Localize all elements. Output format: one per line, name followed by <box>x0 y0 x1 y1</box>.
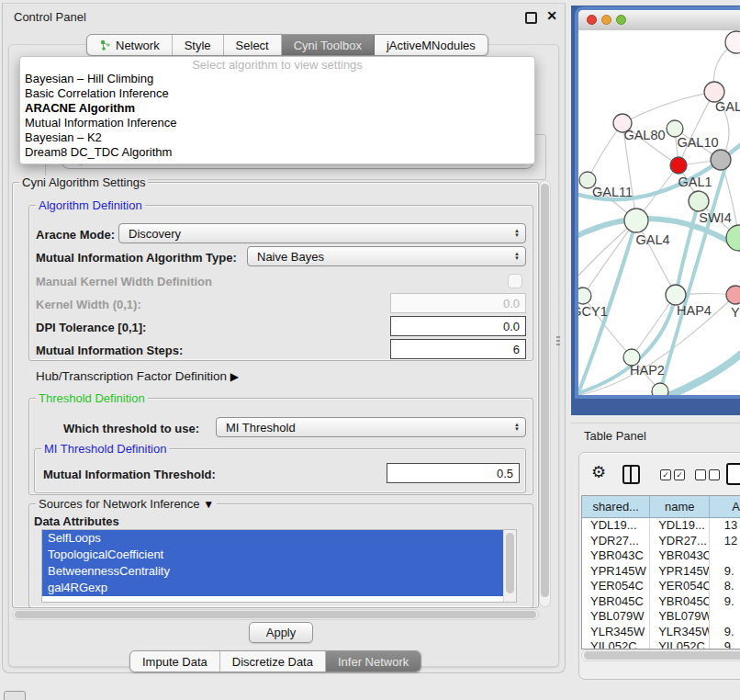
dpi-tolerance-label: DPI Tolerance [0,1]: <box>36 321 146 334</box>
table-row[interactable]: YLR345WYLR345W9. <box>582 625 740 640</box>
stepper-icon: ▲▼ <box>514 229 520 238</box>
data-attributes-label: Data Attributes <box>34 514 119 528</box>
node-label: GAL11 <box>592 185 633 199</box>
algorithm-option[interactable]: Mutual Information Inference <box>20 116 534 130</box>
table-row[interactable]: YIL052CYIL052C9. <box>582 639 740 649</box>
node-gcy1[interactable] <box>578 288 591 304</box>
algorithm-option[interactable]: Basic Correlation Inference <box>20 86 534 101</box>
network-edges-highlighted[interactable] <box>578 145 740 395</box>
which-threshold-combo[interactable]: MI Threshold ▲▼ <box>216 417 526 437</box>
gear-icon[interactable]: ⚙ <box>591 464 606 480</box>
which-threshold-label: Which threshold to use: <box>63 422 199 435</box>
zoom-traffic-icon[interactable] <box>616 15 626 25</box>
manual-kernel-checkbox[interactable] <box>508 274 522 288</box>
network-desktop: GAL GAL80 GAL10 GAL1 GAL11 GAL4 SWI4 GCY… <box>571 6 740 415</box>
dpi-tolerance-field[interactable]: 0.0 <box>390 316 526 336</box>
network-graph[interactable]: GAL GAL80 GAL10 GAL1 GAL11 GAL4 SWI4 GCY… <box>578 30 740 395</box>
node-partial-bottom[interactable] <box>652 383 668 395</box>
tab-discretize-data[interactable]: Discretize Data <box>220 651 326 672</box>
hub-definition-expander[interactable]: Hub/Transcription Factor Definition ▶ <box>36 369 239 383</box>
control-panel-window: Control Panel ✕ Network Style Select Cyn… <box>2 3 566 673</box>
network-window-titlebar[interactable] <box>578 10 740 31</box>
stepper-icon: ▲▼ <box>514 423 520 432</box>
column-header[interactable]: A <box>709 496 740 517</box>
table-row[interactable]: YER054CYER054C8. <box>582 579 740 594</box>
node-gray[interactable] <box>711 150 731 170</box>
sources-title[interactable]: Sources for Network Inference ▼ <box>36 497 217 511</box>
tab-style[interactable]: Style <box>173 35 224 55</box>
node-label: HAP2 <box>630 363 665 378</box>
screen: Control Panel ✕ Network Style Select Cyn… <box>0 0 740 700</box>
node-label: SWI4 <box>699 210 731 225</box>
node-gal1[interactable] <box>689 191 709 211</box>
select-all-checks-icon[interactable]: ✓ ✓ <box>660 469 685 480</box>
table-row[interactable]: YBR043CYBR043C <box>582 548 740 564</box>
algorithm-option-selected[interactable]: ARACNE Algorithm <box>20 101 534 116</box>
table-header-row[interactable]: shared... name A <box>582 496 740 518</box>
table-horizontal-scrollbar[interactable] <box>581 649 740 661</box>
float-window-icon[interactable] <box>525 12 537 24</box>
algorithm-option[interactable]: Bayesian – Hill Climbing <box>20 72 534 86</box>
mi-steps-field[interactable]: 6 <box>390 339 526 359</box>
node-table[interactable]: shared... name A YDL19...YDL19...13 YDR2… <box>581 495 740 649</box>
tab-select[interactable]: Select <box>224 35 282 55</box>
node-label: GAL <box>715 99 740 114</box>
table-row[interactable]: YDL19...YDL19...13 <box>582 518 740 534</box>
table-panel-title: Table Panel <box>584 429 646 443</box>
attribute-item-selected[interactable]: TopologicalCoefficient <box>42 547 516 563</box>
node-label: Y <box>731 305 740 320</box>
tab-jactivemnodules[interactable]: jActiveMNodules <box>375 35 488 55</box>
attribute-item-selected[interactable]: gal4RGexp <box>42 580 516 596</box>
node-hap4[interactable] <box>666 285 686 305</box>
algorithm-option[interactable]: Bayesian – K2 <box>20 130 534 145</box>
tab-cyni-toolbox[interactable]: Cyni Toolbox <box>282 35 375 55</box>
column-header[interactable]: name <box>649 496 709 517</box>
algorithm-dropdown-popup: Select algorithm to view settings Bayesi… <box>19 56 535 164</box>
table-row[interactable]: YBL079WYBL079W <box>582 609 740 625</box>
node-y[interactable] <box>726 286 740 304</box>
settings-horizontal-scrollbar[interactable] <box>12 609 539 620</box>
network-canvas[interactable]: GAL GAL80 GAL10 GAL1 GAL11 GAL4 SWI4 GCY… <box>578 30 740 395</box>
node-label: GCY1 <box>578 304 608 319</box>
apply-button[interactable]: Apply <box>249 622 313 643</box>
node-partial-top[interactable] <box>725 31 740 53</box>
corner-button-partial[interactable] <box>4 691 26 700</box>
table-row[interactable]: YBR045CYBR045C9. <box>582 594 740 610</box>
deselect-all-checks-icon[interactable] <box>695 469 720 480</box>
attribute-item-selected[interactable]: BetweennessCentrality <box>42 563 516 580</box>
tab-infer-network[interactable]: Infer Network <box>326 651 420 672</box>
column-header[interactable]: shared... <box>582 496 649 517</box>
node-label: GAL4 <box>635 232 669 247</box>
list-scrollbar[interactable] <box>503 530 516 602</box>
tab-impute-data[interactable]: Impute Data <box>130 651 220 672</box>
node-label: GAL1 <box>678 175 712 189</box>
mi-type-label: Mutual Information Algorithm Type: <box>36 251 237 265</box>
table-panel-header: Table Panel <box>571 423 740 449</box>
tab-network[interactable]: Network <box>87 35 173 55</box>
aracne-mode-combo[interactable]: Discovery ▲▼ <box>118 223 526 243</box>
close-icon[interactable]: ✕ <box>546 8 557 23</box>
kernel-width-label: Kernel Width (0,1): <box>36 298 141 311</box>
close-traffic-icon[interactable] <box>587 15 597 25</box>
mi-steps-label: Mutual Information Steps: <box>36 344 183 357</box>
node-red-selected[interactable] <box>670 157 687 174</box>
mi-threshold-field[interactable]: 0.5 <box>387 463 520 483</box>
minimize-traffic-icon[interactable] <box>601 15 611 25</box>
table-row[interactable]: YDR27...YDR27...12 <box>582 534 740 549</box>
control-panel-title: Control Panel <box>14 10 86 24</box>
algorithm-option[interactable]: Dream8 DC_TDC Algorithm <box>20 145 534 160</box>
attribute-item-selected[interactable]: SelfLoops <box>42 530 516 547</box>
manual-kernel-label: Manual Kernel Width Definition <box>36 275 212 288</box>
node-label: HAP4 <box>677 303 712 318</box>
mi-threshold-title: MI Threshold Definition <box>41 442 169 456</box>
node-gal4[interactable] <box>624 209 648 232</box>
threshold-title: Threshold Definition <box>36 391 148 405</box>
mi-type-combo[interactable]: Naive Bayes ▲▼ <box>247 246 526 266</box>
splitter-grip[interactable] <box>556 336 560 347</box>
network-window: GAL GAL80 GAL10 GAL1 GAL11 GAL4 SWI4 GCY… <box>578 10 740 395</box>
network-icon <box>99 40 111 51</box>
columns-icon[interactable] <box>622 465 640 484</box>
document-icon-partial[interactable] <box>726 463 740 485</box>
settings-vertical-scrollbar[interactable] <box>539 180 551 607</box>
table-row[interactable]: YPR145WYPR145W9. <box>582 564 740 580</box>
